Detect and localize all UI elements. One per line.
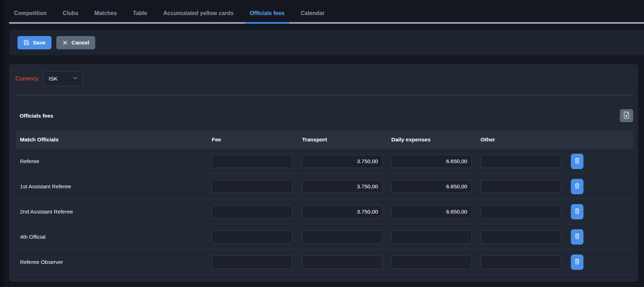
fee-input[interactable] (212, 255, 292, 269)
tab-matches[interactable]: Matches (90, 0, 122, 22)
official-name: 4th Official (16, 234, 212, 240)
daily-expenses-input[interactable] (391, 155, 472, 168)
fee-input[interactable] (212, 155, 292, 168)
tab-label: Competition (14, 10, 47, 16)
cancel-button-label: Cancel (71, 40, 89, 46)
chevron-down-icon (72, 75, 78, 82)
currency-select[interactable]: ISK (43, 71, 83, 86)
official-name: 2nd Assistant Referee (16, 209, 212, 215)
save-icon (23, 40, 29, 46)
tab-calendar[interactable]: Calendar (296, 0, 329, 22)
officials-fees-table: Match Officials Fee Transport Daily expe… (16, 131, 633, 275)
tab-officials-fees[interactable]: Officials fees (245, 0, 289, 22)
trash-icon (574, 183, 580, 190)
section-divider (15, 95, 633, 95)
delete-row-button[interactable] (571, 254, 583, 270)
trash-icon (574, 208, 580, 215)
table-row-referee: Referee (16, 149, 633, 174)
table-header-row: Match Officials Fee Transport Daily expe… (16, 131, 633, 149)
tab-competition[interactable]: Competition (9, 0, 51, 22)
delete-row-button[interactable] (571, 154, 583, 169)
section-header: Officials fees (20, 109, 633, 122)
close-icon (62, 40, 68, 46)
tab-label: Clubs (63, 10, 78, 16)
table-row-4th-official: 4th Official (16, 224, 633, 250)
nav-underline (9, 22, 644, 24)
table-row-1st-assistant-referee: 1st Assistant Referee (16, 174, 633, 199)
tab-label: Officials fees (250, 10, 285, 16)
col-header-daily-expenses: Daily expenses (391, 136, 481, 143)
trash-icon (574, 233, 580, 240)
transport-input[interactable] (302, 230, 383, 244)
other-input[interactable] (481, 255, 561, 269)
trash-icon (574, 258, 580, 266)
tab-label: Table (133, 10, 147, 16)
fee-input[interactable] (212, 205, 292, 218)
daily-expenses-input[interactable] (391, 230, 472, 244)
cancel-button[interactable]: Cancel (56, 36, 95, 49)
table-row-referee-observer: Referee Observer (16, 250, 633, 275)
toolbar: Save Cancel (9, 30, 644, 55)
col-header-other: Other (481, 136, 570, 143)
currency-selected-value: ISK (49, 76, 57, 82)
other-input[interactable] (481, 180, 561, 193)
officials-fees-panel: Currency: ISK Officials fees (9, 64, 638, 282)
top-nav: Competition Clubs Matches Table Accumula… (9, 0, 644, 22)
transport-input[interactable] (302, 205, 383, 218)
tab-label: Accumulated yellow cards (163, 10, 233, 16)
tab-clubs[interactable]: Clubs (58, 0, 83, 22)
trash-icon (574, 158, 580, 165)
page-left-edge (0, 0, 4, 287)
delete-row-button[interactable] (571, 229, 583, 245)
section-title: Officials fees (20, 113, 54, 119)
official-name: Referee (16, 158, 212, 164)
export-excel-button[interactable] (620, 109, 633, 122)
tab-table[interactable]: Table (128, 0, 152, 22)
other-input[interactable] (481, 230, 561, 244)
col-header-fee: Fee (212, 136, 302, 143)
col-header-transport: Transport (302, 136, 391, 143)
col-header-match-officials: Match Officials (16, 136, 212, 143)
currency-label: Currency: (15, 76, 40, 82)
table-row-2nd-assistant-referee: 2nd Assistant Referee (16, 199, 633, 224)
daily-expenses-input[interactable] (391, 205, 472, 218)
daily-expenses-input[interactable] (391, 180, 472, 193)
daily-expenses-input[interactable] (391, 255, 472, 269)
delete-row-button[interactable] (571, 179, 583, 194)
other-input[interactable] (481, 155, 561, 168)
tab-label: Matches (94, 10, 117, 16)
currency-row: Currency: ISK (9, 64, 638, 86)
delete-row-button[interactable] (571, 204, 583, 219)
tab-accumulated-yellow-cards[interactable]: Accumulated yellow cards (158, 0, 238, 22)
fee-input[interactable] (212, 180, 292, 193)
transport-input[interactable] (302, 255, 383, 269)
tab-label: Calendar (301, 10, 324, 16)
save-button[interactable]: Save (18, 36, 51, 49)
official-name: 1st Assistant Referee (16, 183, 212, 190)
transport-input[interactable] (302, 180, 383, 193)
other-input[interactable] (481, 205, 561, 218)
fee-input[interactable] (212, 230, 292, 244)
transport-input[interactable] (302, 155, 383, 168)
file-excel-icon (623, 112, 630, 120)
save-button-label: Save (33, 40, 46, 46)
official-name: Referee Observer (16, 259, 212, 265)
